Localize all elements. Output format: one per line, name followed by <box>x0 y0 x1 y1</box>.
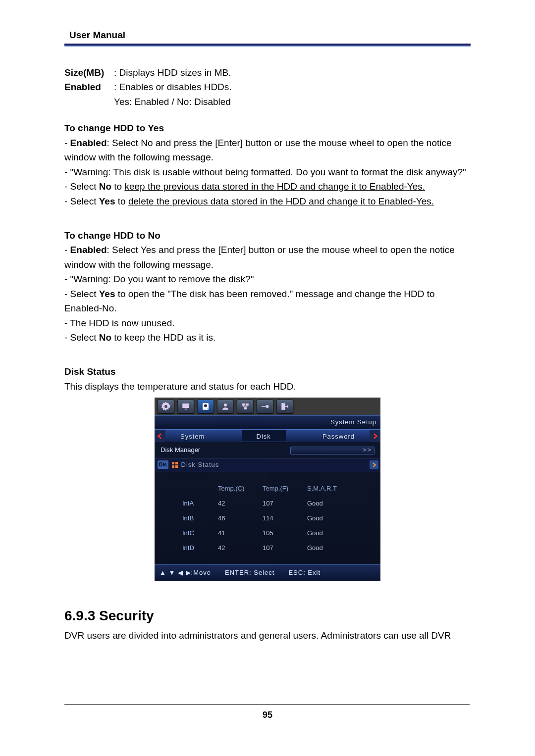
text: - Select <box>64 332 99 343</box>
cell: 41 <box>218 528 263 538</box>
dvr-toolbar <box>155 398 380 415</box>
cell: IntA <box>178 499 218 508</box>
to-no-l3: - Select Yes to open the "The disk has b… <box>64 287 471 316</box>
text: : Select Yes and press the [Enter] butto… <box>64 245 455 269</box>
chevrons-icon: >> <box>363 445 372 455</box>
footer-enter: ENTER: Select <box>225 568 274 578</box>
text: keep the previous data stored in the HDD… <box>124 181 425 192</box>
text: Yes <box>99 196 115 206</box>
cell: 105 <box>263 528 307 538</box>
hdd-icon[interactable] <box>197 400 214 413</box>
text: :Move <box>191 569 211 576</box>
tab-password[interactable]: Password <box>308 430 370 442</box>
text: No <box>99 332 111 343</box>
exit-icon[interactable] <box>276 400 293 413</box>
def-size-label: Size(MB) <box>64 65 114 80</box>
network-icon[interactable] <box>237 400 254 413</box>
to-no-l1: - Enabled: Select Yes and press the [Ent… <box>64 243 471 272</box>
footer-esc: ESC: Exit <box>288 568 321 578</box>
cell: 46 <box>218 513 263 523</box>
text: - Select <box>64 196 99 206</box>
tab-right-arrow-icon[interactable] <box>370 430 380 442</box>
footer-move: ▲ ▼ ◀ ▶:Move <box>160 568 211 578</box>
svg-rect-0 <box>182 403 189 408</box>
page-number: 95 <box>0 710 535 720</box>
svg-point-4 <box>207 408 208 409</box>
cell: Good <box>307 513 362 523</box>
to-no-l5: - Select No to keep the HDD as it is. <box>64 330 471 345</box>
col-tempc: Temp.(C) <box>218 484 263 494</box>
monitor-icon[interactable] <box>177 400 194 413</box>
cell: Good <box>307 499 362 508</box>
text: Enabled <box>70 138 107 148</box>
dvr-footer: ▲ ▼ ◀ ▶:Move ENTER: Select ESC: Exit <box>155 564 380 581</box>
table-header-row: Temp.(C) Temp.(F) S.M.A.R.T <box>178 481 370 496</box>
svg-rect-1 <box>185 409 187 410</box>
table-row: IntA 42 107 Good <box>178 496 370 511</box>
settings2-icon[interactable] <box>257 400 273 413</box>
svg-rect-15 <box>175 465 178 468</box>
text: Yes <box>99 289 115 299</box>
def-size-desc: : Displays HDD sizes in MB. <box>114 65 231 80</box>
user-icon[interactable] <box>217 400 234 413</box>
grid-icon <box>171 461 178 468</box>
svg-point-5 <box>224 403 227 406</box>
doc-header: User Manual <box>64 30 471 44</box>
col-blank <box>178 484 218 494</box>
to-no-title: To change HDD to No <box>64 228 471 243</box>
disk-status-table: Temp.(C) Temp.(F) S.M.A.R.T IntA 42 107 … <box>178 481 370 556</box>
section-label: Disk Manager <box>160 445 200 455</box>
tab-disk[interactable]: Disk <box>242 430 286 442</box>
tab-system[interactable]: System <box>165 430 219 442</box>
text: - Select <box>64 181 99 192</box>
cell: 114 <box>263 513 307 523</box>
text: - Select <box>64 289 99 299</box>
table-row: IntC 41 105 Good <box>178 526 370 541</box>
svg-rect-14 <box>172 465 174 468</box>
table-row: IntB 46 114 Good <box>178 511 370 526</box>
dvr-screenshot: System Setup System Disk Password Disk M… <box>155 398 380 581</box>
submenu-bar: Dis Disk Status <box>155 458 380 472</box>
cell: 42 <box>218 499 263 508</box>
svg-point-10 <box>266 405 269 408</box>
text: : Select No and press the [Enter] button… <box>64 138 452 162</box>
disk-status-desc: This displays the temperature and status… <box>64 379 471 394</box>
cell: Good <box>307 543 362 553</box>
submenu-right-arrow-icon[interactable] <box>370 460 378 469</box>
breadcrumb: System Setup <box>155 415 380 429</box>
to-yes-l4: - Select Yes to delete the previous data… <box>64 194 471 208</box>
header-rule <box>64 44 471 46</box>
section-heading-security: 6.9.3 Security <box>64 605 471 626</box>
cell: 107 <box>263 543 307 553</box>
svg-rect-9 <box>262 406 266 407</box>
section-input[interactable]: >> <box>290 447 374 454</box>
def-enabled-label: Enabled <box>64 80 114 94</box>
text: to <box>115 196 128 206</box>
security-para: DVR users are divided into administrator… <box>64 628 471 643</box>
arrow-keys-icon: ▲ ▼ ◀ ▶ <box>160 569 191 576</box>
footer-rule <box>64 704 470 705</box>
text: Enabled <box>70 245 107 255</box>
table-row: IntD 42 107 Good <box>178 541 370 555</box>
tab-left-arrow-icon[interactable] <box>155 430 165 442</box>
to-yes-l2: - "Warning: This disk is usable without … <box>64 165 471 179</box>
col-smart: S.M.A.R.T <box>307 484 362 494</box>
cell: IntD <box>178 543 218 553</box>
col-tempf: Temp.(F) <box>263 484 307 494</box>
text: to keep the HDD as it is. <box>111 332 215 343</box>
text: - <box>64 138 70 148</box>
cell: Good <box>307 528 362 538</box>
def-enabled-desc: : Enables or disables HDDs. <box>114 80 232 94</box>
cell: 42 <box>218 543 263 553</box>
text: to <box>111 181 124 192</box>
to-no-l2: - "Warning: Do you want to remove the di… <box>64 272 471 286</box>
svg-point-3 <box>204 404 207 407</box>
gear-icon[interactable] <box>158 400 174 413</box>
text: No <box>99 181 111 192</box>
side-badge: Dis <box>158 460 168 469</box>
disk-status-title: Disk Status <box>64 364 471 379</box>
svg-rect-8 <box>244 407 247 410</box>
to-yes-l3: - Select No to keep the previous data st… <box>64 179 471 194</box>
def-enabled-desc2: Yes: Enabled / No: Disabled <box>64 95 471 109</box>
cell: IntC <box>178 528 218 538</box>
